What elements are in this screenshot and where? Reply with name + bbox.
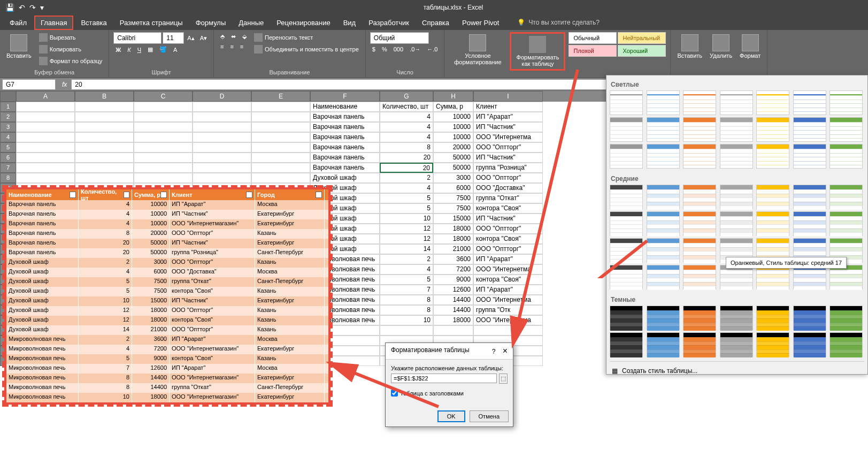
cell-C5[interactable] bbox=[134, 142, 193, 153]
table-style-thumb[interactable] bbox=[756, 211, 789, 236]
style-normal[interactable]: Обычный bbox=[569, 32, 617, 44]
column-header-E[interactable]: E bbox=[251, 91, 310, 102]
dialog-help-icon[interactable]: ? bbox=[492, 348, 496, 355]
cell-H12[interactable]: 15000 bbox=[433, 214, 473, 224]
tab-home[interactable]: Главная bbox=[34, 16, 73, 30]
table-row[interactable]: Микроволновая печь814400ООО "Интернетмаг… bbox=[6, 374, 328, 383]
cell-B3[interactable] bbox=[75, 122, 134, 132]
cell-B5[interactable] bbox=[75, 142, 134, 153]
style-bad[interactable]: Плохой bbox=[569, 45, 617, 57]
table-style-thumb[interactable] bbox=[610, 117, 643, 142]
cell-D4[interactable] bbox=[193, 132, 251, 142]
cell-B6[interactable] bbox=[75, 153, 134, 163]
select-all-corner[interactable] bbox=[0, 91, 16, 102]
cell-G6[interactable]: 20 bbox=[380, 153, 433, 163]
tab-view[interactable]: Вид bbox=[338, 17, 362, 29]
table-style-thumb[interactable] bbox=[829, 185, 863, 209]
table-style-thumb[interactable] bbox=[610, 144, 643, 169]
cell-E5[interactable] bbox=[251, 142, 310, 153]
tab-review[interactable]: Рецензирование bbox=[271, 17, 335, 29]
new-table-style-button[interactable]: ▦ Создать стиль таблицы... bbox=[610, 365, 864, 375]
align-top-icon[interactable]: ⬘ bbox=[218, 32, 227, 41]
table-header-0[interactable]: Наименование▾ bbox=[6, 189, 79, 200]
column-header-A[interactable]: A bbox=[16, 91, 75, 102]
table-header-4[interactable]: Город▾ bbox=[255, 189, 325, 200]
table-style-thumb[interactable] bbox=[647, 306, 680, 330]
cell-H21[interactable]: 14400 bbox=[433, 305, 473, 315]
filter-icon[interactable]: ▾ bbox=[316, 192, 322, 198]
cell-I17[interactable]: ООО "Интернетма bbox=[473, 264, 543, 275]
cell-H5[interactable]: 20000 bbox=[433, 142, 473, 153]
table-style-thumb[interactable] bbox=[647, 144, 680, 169]
table-header-3[interactable]: Клиент▾ bbox=[170, 189, 255, 200]
cell-C2[interactable] bbox=[134, 112, 193, 122]
cell-I9[interactable]: ООО "Доставка" bbox=[473, 183, 543, 193]
cell-A1[interactable] bbox=[16, 102, 75, 112]
tab-formulas[interactable]: Формулы bbox=[190, 17, 232, 29]
table-row[interactable]: Духовой шкаф46000ООО "Доставка"Москва bbox=[6, 268, 328, 277]
style-neutral[interactable]: Нейтральный bbox=[618, 32, 666, 44]
table-style-thumb[interactable] bbox=[720, 144, 753, 169]
filter-icon[interactable]: ▾ bbox=[124, 192, 129, 198]
cell-E7[interactable] bbox=[251, 163, 310, 173]
cell-H6[interactable]: 50000 bbox=[433, 153, 473, 163]
table-style-thumb[interactable] bbox=[647, 332, 680, 357]
column-header-G[interactable]: G bbox=[380, 91, 433, 102]
cell-H4[interactable]: 10000 bbox=[433, 132, 473, 142]
row-header-3[interactable]: 3 bbox=[0, 122, 16, 132]
row-header-2[interactable]: 2 bbox=[0, 112, 16, 122]
cell-G4[interactable]: 4 bbox=[380, 132, 433, 142]
cell-I10[interactable]: группа "Откат" bbox=[473, 193, 543, 203]
has-headers-checkbox[interactable]: Таблица с заголовками bbox=[391, 390, 508, 397]
cell-H19[interactable]: 12600 bbox=[433, 285, 473, 295]
cell-E8[interactable] bbox=[251, 173, 310, 183]
table-row[interactable]: Духовой шкаф57500группа "Откат"Санкт-Пет… bbox=[6, 277, 328, 287]
cell-G8[interactable]: 2 bbox=[380, 173, 433, 183]
redo-icon[interactable]: ↷ bbox=[29, 3, 36, 12]
cell-I13[interactable]: ООО "Оптторг" bbox=[473, 224, 543, 234]
cell-I3[interactable]: ИП "Частник" bbox=[473, 122, 543, 132]
table-style-thumb[interactable] bbox=[647, 185, 680, 209]
cell-I7[interactable]: группа "Розница" bbox=[473, 163, 543, 173]
table-style-thumb[interactable] bbox=[610, 238, 643, 263]
table-row[interactable]: Микроволновая печь1018000ООО "Интернетма… bbox=[6, 393, 328, 402]
cell-G15[interactable]: 14 bbox=[380, 244, 433, 254]
format-painter-button[interactable]: Формат по образцу bbox=[37, 56, 105, 66]
cell-G18[interactable]: 5 bbox=[380, 275, 433, 285]
table-style-thumb[interactable] bbox=[610, 306, 643, 330]
style-good[interactable]: Хороший bbox=[618, 45, 666, 57]
number-format-select[interactable] bbox=[370, 32, 429, 44]
bold-button[interactable]: Ж bbox=[113, 45, 123, 54]
cell-I21[interactable]: группа "Отк bbox=[473, 305, 543, 315]
table-style-thumb[interactable] bbox=[683, 306, 716, 330]
table-row[interactable]: Варочная панель410000ИП "Частник"Екатери… bbox=[6, 210, 328, 219]
cell-A4[interactable] bbox=[16, 132, 75, 142]
table-style-thumb[interactable] bbox=[793, 332, 826, 357]
cell-G2[interactable]: 4 bbox=[380, 112, 433, 122]
table-row[interactable]: Духовой шкаф1015000ИП "Частник"Екатеринб… bbox=[6, 296, 328, 306]
border-icon[interactable]: ▦ bbox=[145, 45, 155, 54]
font-color-icon[interactable]: A bbox=[171, 45, 179, 54]
cell-I20[interactable]: ООО "Интернетма bbox=[473, 295, 543, 305]
range-picker-icon[interactable]: ⬚ bbox=[499, 374, 508, 384]
cell-D2[interactable] bbox=[193, 112, 251, 122]
cell-I14[interactable]: контора "Своя" bbox=[473, 234, 543, 244]
cell-E1[interactable] bbox=[251, 102, 310, 112]
row-header-1[interactable]: 1 bbox=[0, 102, 16, 112]
table-style-thumb[interactable] bbox=[683, 144, 716, 169]
comma-icon[interactable]: 000 bbox=[391, 45, 405, 54]
name-box[interactable] bbox=[2, 79, 56, 90]
cell-F1[interactable]: Наименование bbox=[310, 102, 380, 112]
cell-D6[interactable] bbox=[193, 153, 251, 163]
cell-D1[interactable] bbox=[193, 102, 251, 112]
cell-H23[interactable] bbox=[433, 325, 473, 336]
cell-H7[interactable]: 50000 bbox=[433, 163, 473, 173]
cell-B4[interactable] bbox=[75, 132, 134, 142]
table-style-thumb[interactable] bbox=[610, 185, 643, 209]
cell-G14[interactable]: 12 bbox=[380, 234, 433, 244]
cell-I8[interactable]: ООО "Оптторг" bbox=[473, 173, 543, 183]
cell-H3[interactable]: 10000 bbox=[433, 122, 473, 132]
increase-font-icon[interactable]: A▴ bbox=[185, 32, 196, 44]
column-header-F[interactable]: F bbox=[310, 91, 380, 102]
cell-H20[interactable]: 14400 bbox=[433, 295, 473, 305]
